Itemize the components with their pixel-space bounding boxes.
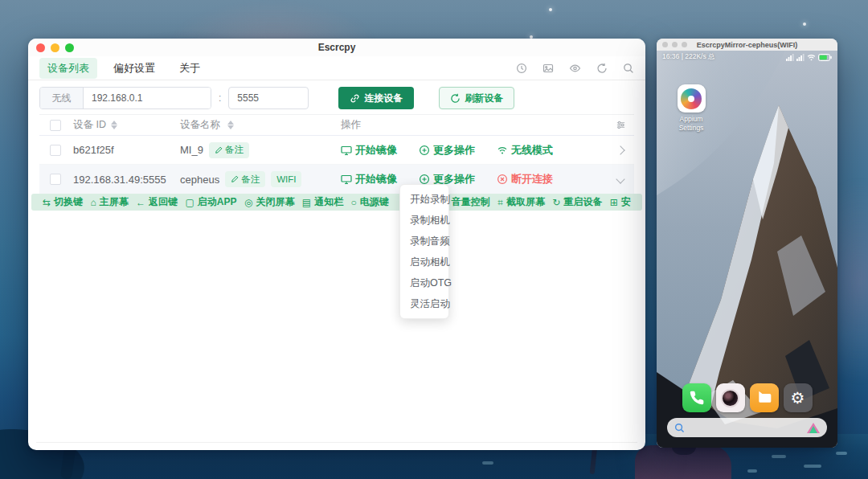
wallpaper-water-speck — [482, 461, 493, 465]
menu-item-record-audio[interactable]: 录制音频 — [400, 231, 448, 252]
header-device-name[interactable]: 设备名称 — [180, 118, 341, 132]
search-icon[interactable] — [623, 63, 634, 74]
disconnect-button[interactable]: 断开连接 — [497, 172, 553, 186]
row-expander[interactable] — [607, 147, 634, 154]
control-switch-key[interactable]: ⇆切换键 — [43, 195, 83, 209]
menu-item-flexible-launch[interactable]: 灵活启动 — [400, 293, 448, 314]
tab-device-list[interactable]: 设备列表 — [39, 58, 97, 79]
wallpaper-water-speck — [772, 455, 786, 458]
note-tag[interactable]: 备注 — [225, 171, 265, 187]
control-back[interactable]: ←返回键 — [136, 195, 178, 209]
start-mirror-button[interactable]: 开始镜像 — [341, 143, 397, 158]
wallpaper-water-speck — [804, 465, 821, 468]
history-clock-icon[interactable] — [516, 63, 527, 74]
sort-icon[interactable] — [227, 121, 234, 129]
menu-item-launch-camera[interactable]: 启动相机 — [400, 252, 448, 272]
edit-pencil-icon — [215, 146, 223, 154]
phone-dock — [657, 383, 837, 412]
device-id-cell: b621f25f — [72, 144, 180, 156]
connection-mode-select[interactable]: 无线 — [40, 88, 84, 108]
power-icon: ○ — [351, 197, 357, 208]
ip-address-input[interactable] — [84, 88, 211, 108]
port-input[interactable] — [228, 87, 309, 109]
control-reboot[interactable]: ↻重启设备 — [552, 195, 602, 209]
control-notification-bar[interactable]: ▤通知栏 — [302, 195, 343, 209]
home-icon: ⌂ — [90, 197, 96, 208]
mirror-titlebar[interactable]: EscrcpyMirror-cepheus(WIFI) — [657, 39, 837, 51]
control-home[interactable]: ⌂主屏幕 — [90, 195, 128, 209]
appium-settings-app[interactable]: Appium Settings — [669, 84, 714, 132]
refresh-devices-button[interactable]: 刷新设备 — [439, 87, 514, 109]
control-label: 电源键 — [360, 195, 389, 209]
device-name-label: MI_9 — [180, 144, 203, 156]
header-column-settings-cell — [607, 120, 634, 130]
control-label: 音量控制 — [452, 195, 490, 209]
wallpaper-water-speck — [747, 469, 757, 473]
chevron-right-icon — [616, 145, 624, 154]
select-all-checkbox[interactable] — [50, 120, 61, 131]
control-label: 重启设备 — [563, 195, 602, 209]
settings-app-icon[interactable] — [784, 383, 813, 412]
refresh-icon — [450, 93, 461, 104]
more-actions-button[interactable]: 更多操作 — [419, 143, 475, 158]
wifi-tag-label: WIFI — [276, 174, 296, 184]
note-tag-label: 备注 — [225, 144, 244, 156]
start-mirror-button[interactable]: 开始镜像 — [341, 172, 397, 186]
back-arrow-icon: ← — [136, 197, 145, 208]
header-device-id[interactable]: 设备 ID — [72, 118, 180, 132]
camera-lens-icon — [721, 389, 739, 407]
note-tag[interactable]: 备注 — [209, 142, 249, 158]
wireless-mode-label: 无线模式 — [511, 143, 553, 158]
messages-app-icon[interactable] — [750, 383, 779, 412]
device-name-cell: MI_9 备注 — [180, 142, 341, 158]
header-device-id-label: 设备 ID — [73, 118, 106, 132]
screenshot-image-icon[interactable] — [542, 63, 554, 74]
connect-device-button[interactable]: 连接设备 — [338, 87, 414, 109]
phone-app-icon[interactable] — [682, 383, 711, 412]
camera-app-icon[interactable] — [716, 383, 745, 412]
device-control-bar: ⇆切换键 ⌂主屏幕 ←返回键 ▢启动APP ◎关闭屏幕 ▤通知栏 ○电源键 ◁音… — [31, 194, 642, 211]
device-id-cell: 192.168.31.49:5555 — [72, 174, 180, 186]
status-time-speed: 16:36 | 222K/s 总 — [662, 52, 715, 62]
row-checkbox-cell — [39, 145, 72, 156]
table-header-row: 设备 ID 设备名称 操作 — [39, 114, 634, 136]
connect-device-label: 连接设备 — [364, 92, 403, 105]
row-checkbox[interactable] — [50, 174, 61, 185]
sort-icon[interactable] — [111, 121, 117, 129]
refresh-icon[interactable] — [596, 63, 608, 74]
wireless-mode-button[interactable]: 无线模式 — [497, 143, 553, 158]
appium-settings-label: Appium Settings — [669, 115, 714, 132]
start-mirror-label: 开始镜像 — [355, 172, 397, 186]
tab-about[interactable]: 关于 — [171, 58, 208, 79]
row-expander[interactable] — [607, 176, 634, 182]
screen-off-icon: ◎ — [244, 197, 252, 208]
monitor-icon — [341, 145, 352, 156]
control-label: 启动APP — [198, 195, 237, 209]
tab-preferences[interactable]: 偏好设置 — [105, 58, 163, 79]
titlebar[interactable]: Escrcpy — [28, 39, 645, 56]
eye-icon[interactable] — [569, 63, 581, 74]
home-search-bar[interactable] — [667, 418, 827, 437]
control-launch-app[interactable]: ▢启动APP — [185, 195, 236, 209]
disconnect-label: 断开连接 — [511, 172, 553, 186]
phone-screen[interactable]: 16:36 | 222K/s 总 Appium Settings — [657, 51, 837, 448]
mirror-window-title: EscrcpyMirror-cepheus(WIFI) — [657, 41, 837, 49]
window-footer-divider — [36, 442, 637, 443]
header-checkbox-cell — [39, 120, 72, 131]
device-row-mi9[interactable]: b621f25f MI_9 备注 开始镜像 更多操作 — [39, 136, 634, 165]
menu-item-start-recording[interactable]: 开始录制 — [400, 189, 448, 210]
control-label: 截取屏幕 — [506, 195, 545, 209]
wifi-icon — [497, 145, 508, 156]
control-install-truncated[interactable]: ⊞安 — [610, 195, 631, 209]
control-screenshot[interactable]: ⌗截取屏幕 — [497, 195, 545, 209]
row-checkbox[interactable] — [50, 145, 61, 156]
menu-item-launch-otg[interactable]: 启动OTG — [400, 272, 448, 293]
escrcpy-window: Escrcpy 设备列表 偏好设置 关于 无线 : 连接设备 刷新设备 — [28, 39, 645, 450]
device-name-cell: cepheus 备注 WIFI — [180, 171, 341, 187]
control-screen-off[interactable]: ◎关闭屏幕 — [244, 195, 294, 209]
column-settings-icon[interactable] — [616, 120, 626, 130]
device-row-cepheus[interactable]: 192.168.31.49:5555 cepheus 备注 WIFI 开始镜像 … — [39, 165, 634, 194]
control-power-key[interactable]: ○电源键 — [351, 195, 389, 209]
menu-item-record-camera[interactable]: 录制相机 — [400, 210, 448, 231]
message-bubble-icon — [756, 390, 772, 406]
